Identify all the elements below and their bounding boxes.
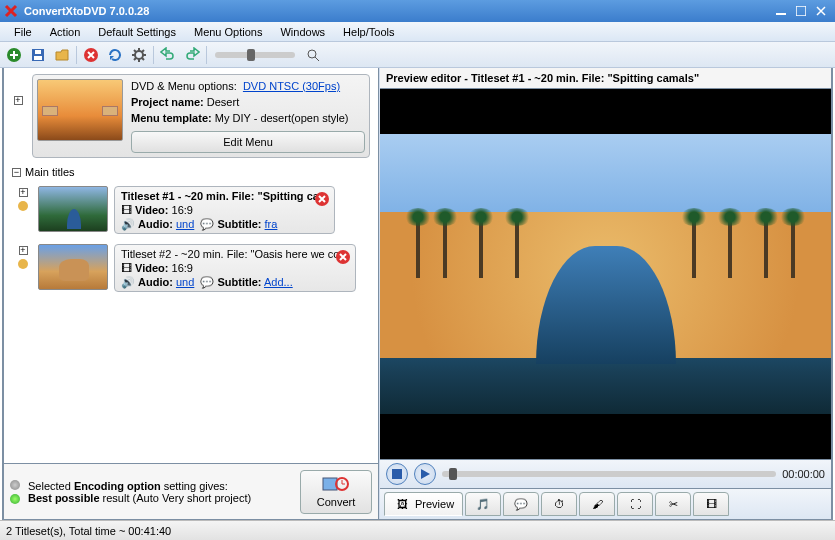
- audio-icon: 🔊: [121, 218, 135, 230]
- convert-button[interactable]: Convert: [300, 470, 372, 514]
- tab-cut[interactable]: ✂: [655, 492, 691, 516]
- status-icon: [16, 199, 30, 213]
- encoding-option-text: Selected Encoding option setting gives: …: [28, 480, 292, 504]
- audio-link[interactable]: und: [176, 276, 194, 288]
- time-display: 00:00:00: [782, 468, 825, 480]
- close-button[interactable]: [811, 3, 831, 19]
- menu-thumbnail[interactable]: [37, 79, 123, 141]
- zoom-in-button[interactable]: [303, 45, 323, 65]
- titleset-header: Titleset #2 - ~20 min. File: "Oasis here…: [121, 248, 349, 260]
- video-label: Video:: [135, 262, 168, 274]
- titleset-thumbnail[interactable]: [38, 186, 108, 232]
- subtitle-label: Subtitle:: [218, 276, 262, 288]
- tab-audio[interactable]: 🎵: [465, 492, 501, 516]
- titleset-thumbnail[interactable]: [38, 244, 108, 290]
- dvd-format-link[interactable]: DVD NTSC (30Fps): [243, 80, 340, 92]
- expand-toggle-ts1[interactable]: +: [19, 188, 28, 197]
- menu-default-settings[interactable]: Default Settings: [90, 24, 184, 40]
- main-area: + DVD & Menu options: DVD NTSC (30Fps) P…: [2, 68, 833, 521]
- titleset-row[interactable]: Titleset #2 - ~20 min. File: "Oasis here…: [38, 244, 356, 292]
- dvd-options-label: DVD & Menu options:: [131, 80, 237, 92]
- preview-image: [380, 134, 831, 414]
- titleset-header: Titleset #1 - ~20 min. File: "Spitting c…: [121, 190, 328, 202]
- undo-button[interactable]: [158, 45, 178, 65]
- expand-icon: ⛶: [626, 495, 644, 513]
- remove-titleset-button[interactable]: [335, 249, 351, 265]
- left-pane: + DVD & Menu options: DVD NTSC (30Fps) P…: [4, 68, 379, 519]
- menu-windows[interactable]: Windows: [272, 24, 333, 40]
- tab-merge[interactable]: 🎞: [693, 492, 729, 516]
- redo-button[interactable]: [182, 45, 202, 65]
- picture-icon: 🖌: [588, 495, 606, 513]
- settings-button[interactable]: [129, 45, 149, 65]
- subtitle-link[interactable]: fra: [265, 218, 278, 230]
- svg-point-9: [18, 201, 28, 211]
- tab-chapters[interactable]: ⏱: [541, 492, 577, 516]
- filmstrip-icon: 🎞: [702, 495, 720, 513]
- audio-label: Audio:: [138, 218, 173, 230]
- play-button[interactable]: [414, 463, 436, 485]
- expand-toggle-ts2[interactable]: +: [19, 246, 28, 255]
- subtitle-link[interactable]: Add...: [264, 276, 293, 288]
- svg-rect-5: [35, 50, 41, 54]
- svg-rect-4: [34, 56, 42, 60]
- project-name-value: Desert: [207, 96, 239, 108]
- menu-bar: File Action Default Settings Menu Option…: [0, 22, 835, 42]
- toolbar: [0, 42, 835, 68]
- led-indicator: [10, 494, 20, 504]
- video-value: 16:9: [172, 204, 193, 216]
- app-icon: [4, 4, 18, 18]
- zoom-slider[interactable]: [215, 52, 295, 58]
- minimize-button[interactable]: [771, 3, 791, 19]
- svg-rect-15: [392, 469, 402, 479]
- film-icon: 🎞: [121, 262, 132, 274]
- separator: [153, 46, 154, 64]
- menu-file[interactable]: File: [6, 24, 40, 40]
- maximize-button[interactable]: [791, 3, 811, 19]
- svg-point-8: [308, 50, 316, 58]
- tab-image[interactable]: 🖌: [579, 492, 615, 516]
- preview-area[interactable]: [380, 89, 831, 459]
- project-name-label: Project name:: [131, 96, 204, 108]
- right-pane: Preview editor - Titleset #1 - ~20 min. …: [379, 68, 831, 519]
- convert-label: Convert: [317, 496, 356, 508]
- save-button[interactable]: [28, 45, 48, 65]
- tab-crop[interactable]: ⛶: [617, 492, 653, 516]
- remove-titleset-button[interactable]: [314, 191, 330, 207]
- titleset-row[interactable]: Titleset #1 - ~20 min. File: "Spitting c…: [38, 186, 335, 234]
- edit-menu-button[interactable]: Edit Menu: [131, 131, 365, 153]
- add-button[interactable]: [4, 45, 24, 65]
- seek-bar[interactable]: [442, 471, 776, 477]
- encoding-panel: Selected Encoding option setting gives: …: [4, 463, 378, 519]
- clock-icon: ⏱: [550, 495, 568, 513]
- titleset-info: Titleset #1 - ~20 min. File: "Spitting c…: [114, 186, 335, 234]
- menu-action[interactable]: Action: [42, 24, 89, 40]
- status-bar: 2 Titleset(s), Total time ~ 00:41:40: [0, 520, 835, 540]
- menu-menu-options[interactable]: Menu Options: [186, 24, 270, 40]
- app-title: ConvertXtoDVD 7.0.0.28: [24, 5, 771, 17]
- audio-link[interactable]: und: [176, 218, 194, 230]
- remove-button[interactable]: [81, 45, 101, 65]
- tab-preview[interactable]: 🖼Preview: [384, 492, 463, 516]
- subtitle-icon: 💬: [200, 276, 214, 288]
- expand-toggle[interactable]: +: [14, 96, 23, 105]
- status-icon: [16, 257, 30, 271]
- led-indicator: [10, 480, 20, 490]
- titleset-info: Titleset #2 - ~20 min. File: "Oasis here…: [114, 244, 356, 292]
- preview-header: Preview editor - Titleset #1 - ~20 min. …: [380, 68, 831, 89]
- menu-help-tools[interactable]: Help/Tools: [335, 24, 402, 40]
- collapse-toggle[interactable]: −: [12, 168, 21, 177]
- main-titles-label: Main titles: [25, 166, 75, 178]
- convert-icon: [322, 476, 350, 494]
- svg-rect-13: [323, 478, 337, 490]
- tab-subtitles[interactable]: 💬: [503, 492, 539, 516]
- subtitle-label: Subtitle:: [218, 218, 262, 230]
- audio-label: Audio:: [138, 276, 173, 288]
- stop-button[interactable]: [386, 463, 408, 485]
- refresh-button[interactable]: [105, 45, 125, 65]
- video-value: 16:9: [172, 262, 193, 274]
- separator: [76, 46, 77, 64]
- status-text: 2 Titleset(s), Total time ~ 00:41:40: [6, 525, 171, 537]
- open-button[interactable]: [52, 45, 72, 65]
- separator: [206, 46, 207, 64]
